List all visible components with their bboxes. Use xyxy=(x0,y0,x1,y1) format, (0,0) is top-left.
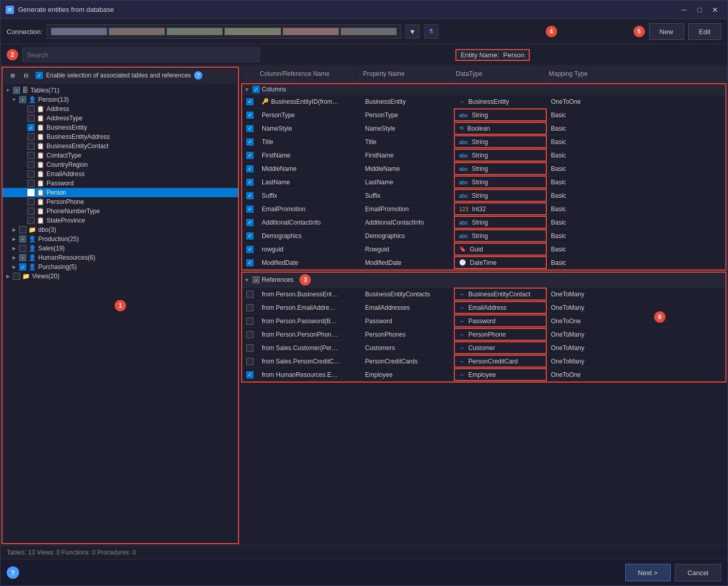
col-name-text: FirstName xyxy=(262,152,290,159)
tree-checkbox[interactable]: ▪ xyxy=(19,96,26,103)
tree-item[interactable]: ▶ 📁 dbo(3) xyxy=(3,225,238,234)
title-controls: ─ □ ✕ xyxy=(677,3,722,17)
tree-item[interactable]: ▶ 📋 BusinessEntityAddress xyxy=(3,132,238,141)
tree-item[interactable]: ▶ ▪ 👤 HumanResources(6) xyxy=(3,253,238,262)
tree-checkbox[interactable] xyxy=(27,152,35,159)
tree-checkbox[interactable] xyxy=(19,245,26,252)
cancel-button[interactable]: Cancel xyxy=(675,564,721,581)
tree-checkbox[interactable] xyxy=(27,142,35,150)
tree-checkbox[interactable] xyxy=(27,170,35,178)
tree-item[interactable]: ▶ 👤 Sales(19) xyxy=(3,244,238,253)
tree-label: StateProvince xyxy=(46,217,85,224)
row-checkbox[interactable]: ✓ xyxy=(246,259,254,266)
tree-checkbox[interactable] xyxy=(27,133,35,140)
tree-checkbox[interactable] xyxy=(27,208,35,215)
tree-checkbox[interactable] xyxy=(27,198,35,205)
row-checkbox[interactable]: ✓ xyxy=(246,246,254,253)
tree-label: Person xyxy=(46,189,66,196)
row-checkbox[interactable] xyxy=(246,291,254,298)
tree-checkbox[interactable] xyxy=(27,115,35,122)
badge-2: 2 xyxy=(7,49,18,60)
col-header-prop: Property Name xyxy=(359,66,452,82)
tree-checkbox[interactable] xyxy=(27,161,35,168)
tree-item[interactable]: ▶ ✓ 👤 Purchasing(5) xyxy=(3,262,238,272)
expand-icon: ▶ xyxy=(11,255,17,261)
tree-item[interactable]: ▶ 📋 CountryRegion xyxy=(3,160,238,169)
tree-checkbox[interactable]: ✓ xyxy=(19,263,26,271)
row-checkbox[interactable]: ✓ xyxy=(246,192,254,199)
tree-checkbox[interactable]: ▪ xyxy=(13,87,20,94)
tree-checkbox[interactable]: ▪ xyxy=(19,235,26,243)
tree-item[interactable]: ▶ ✓ 📋 BusinessEntity xyxy=(3,123,238,132)
references-section-header[interactable]: ▼ ▪ References 3 xyxy=(242,273,725,288)
columns-body[interactable]: ▼ ✓ Columns ✓ 🔑 BusinessEntityID(from… xyxy=(240,82,727,545)
row-checkbox[interactable]: ✓ xyxy=(246,138,254,146)
row-checkbox[interactable]: ✓ xyxy=(246,125,254,132)
tree-checkbox[interactable] xyxy=(13,273,20,280)
row-checkbox[interactable]: ✓ xyxy=(246,205,254,213)
tree-item[interactable]: ▼ ▪ 👤 Person(13) xyxy=(3,95,238,104)
tree-item[interactable]: ▶ 📋 Password xyxy=(3,179,238,188)
row-checkbox[interactable] xyxy=(246,344,254,352)
row-checkbox[interactable]: ✓ xyxy=(246,98,254,105)
row-checkbox[interactable]: ✓ xyxy=(246,179,254,186)
tree-container[interactable]: ▼ ▪ 🗄 Tables(71) ▼ ▪ 👤 Person(13) ▶ 📋 xyxy=(3,84,238,543)
data-row: ✓ FirstName FirstName abc String Basic xyxy=(242,149,725,162)
tree-item[interactable]: ▼ ▪ 🗄 Tables(71) xyxy=(3,86,238,95)
tree-label: BusinessEntityContact xyxy=(46,142,108,150)
search-input[interactable] xyxy=(22,47,260,62)
tree-item-selected[interactable]: ▶ ✓ 📋 Person xyxy=(3,188,238,197)
close-button[interactable]: ✕ xyxy=(708,3,722,17)
row-checkbox[interactable]: ✓ xyxy=(246,232,254,240)
section-checkbox[interactable]: ▪ xyxy=(252,276,260,283)
dtype-num-icon: 123 xyxy=(459,206,468,212)
section-checkbox[interactable]: ✓ xyxy=(252,86,260,93)
tree-item[interactable]: ▶ ▪ 👤 Production(25) xyxy=(3,234,238,244)
row-checkbox[interactable]: ✓ xyxy=(246,152,254,159)
map-cell: OneToOne xyxy=(547,95,725,108)
help-button[interactable]: ? xyxy=(7,566,19,579)
tree-item[interactable]: ▶ 📋 Address xyxy=(3,104,238,114)
minimize-button[interactable]: ─ xyxy=(677,3,691,17)
tree-checkbox[interactable] xyxy=(27,217,35,224)
next-button[interactable]: Next > xyxy=(625,564,671,581)
tree-item[interactable]: ▶ 📋 ContactType xyxy=(3,151,238,160)
row-checkbox[interactable] xyxy=(246,358,254,365)
row-checkbox[interactable] xyxy=(246,304,254,311)
edit-button[interactable]: Edit xyxy=(688,23,721,40)
row-checkbox[interactable] xyxy=(246,318,254,325)
new-button[interactable]: New xyxy=(649,23,684,40)
tree-checkbox[interactable]: ✓ xyxy=(27,124,35,131)
connection-test-button[interactable]: ⚗ xyxy=(424,24,438,39)
tree-checkbox[interactable] xyxy=(27,180,35,187)
maximize-button[interactable]: □ xyxy=(692,3,707,17)
row-check-cell[interactable]: ✓ xyxy=(242,95,258,108)
row-checkbox[interactable]: ✓ xyxy=(246,371,254,378)
connection-dropdown-button[interactable]: ▼ xyxy=(405,24,420,39)
tree-checkbox[interactable]: ✓ xyxy=(27,189,35,196)
tree-item[interactable]: ▶ 📁 Views(20) xyxy=(3,272,238,281)
row-checkbox[interactable]: ✓ xyxy=(246,165,254,172)
help-icon-selection[interactable]: ? xyxy=(194,71,202,80)
row-checkbox[interactable]: ✓ xyxy=(246,112,254,119)
toolbar-expand-btn[interactable]: ⊟ xyxy=(20,70,31,81)
dtype-text: DateTime xyxy=(470,259,497,266)
tree-item[interactable]: ▶ 📋 PersonPhone xyxy=(3,197,238,207)
tree-checkbox[interactable]: ▪ xyxy=(19,254,26,261)
row-checkbox[interactable] xyxy=(246,331,254,338)
expand-icon: ▼ xyxy=(244,277,250,283)
dtype-bool-icon: ⟲ xyxy=(459,125,464,132)
col-header-name: Column/Reference Name xyxy=(256,66,359,82)
tree-item[interactable]: ▶ 📋 PhoneNumberType xyxy=(3,207,238,216)
tree-item[interactable]: ▶ 📋 BusinessEntityContact xyxy=(3,141,238,151)
enable-selection-checkbox[interactable]: ✓ xyxy=(36,72,43,79)
tree-item[interactable]: ▶ 📋 AddressType xyxy=(3,114,238,123)
toolbar-collapse-btn[interactable]: ⊞ xyxy=(7,70,18,81)
row-checkbox[interactable]: ✓ xyxy=(246,219,254,226)
tree-item[interactable]: ▶ 📋 EmailAddress xyxy=(3,169,238,179)
connection-input-box[interactable] xyxy=(46,24,401,39)
tree-checkbox[interactable] xyxy=(27,105,35,113)
columns-section-header[interactable]: ▼ ✓ Columns xyxy=(242,84,725,95)
tree-checkbox[interactable] xyxy=(19,226,26,233)
tree-item[interactable]: ▶ 📋 StateProvince xyxy=(3,216,238,225)
